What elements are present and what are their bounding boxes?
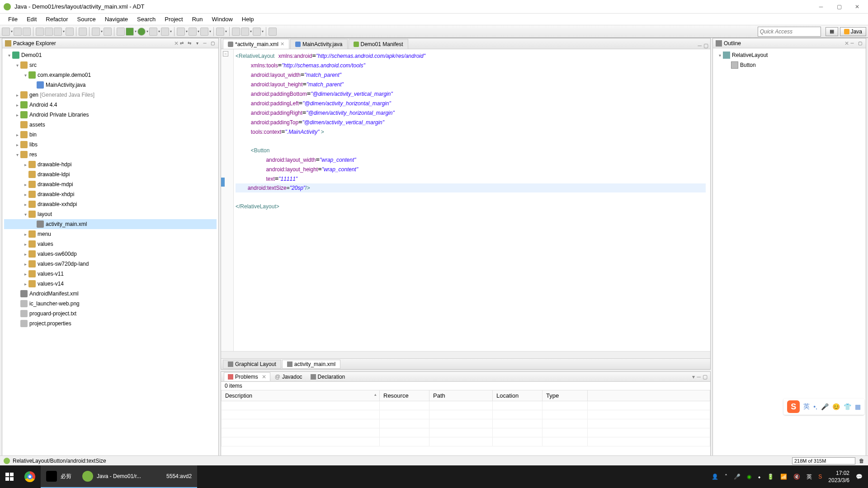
dropdown-icon[interactable]: ▾ bbox=[11, 29, 13, 33]
tree-package[interactable]: ▾com.example.demo01 bbox=[4, 70, 217, 80]
taskbar-bijian[interactable]: 必剪 bbox=[41, 465, 77, 488]
tree-res[interactable]: ▾res bbox=[4, 150, 217, 160]
package-button[interactable] bbox=[104, 28, 112, 36]
dropdown-icon[interactable]: ▾ bbox=[186, 29, 188, 33]
link-editor-button[interactable]: ⇆ bbox=[186, 40, 193, 47]
menu-search[interactable]: Search bbox=[132, 14, 160, 24]
source-tab[interactable]: activity_main.xml bbox=[282, 360, 340, 369]
taskbar-eclipse[interactable]: Java - Demo01/r... bbox=[77, 465, 146, 488]
close-icon[interactable]: ✕ bbox=[280, 41, 284, 47]
col-location[interactable]: Location bbox=[493, 390, 542, 401]
expand-icon[interactable]: ▸ bbox=[22, 262, 28, 267]
tree-src[interactable]: ▾src bbox=[4, 60, 217, 70]
tray-sogou-icon[interactable]: S bbox=[818, 474, 822, 480]
outline-relativelayout[interactable]: ▾RelativeLayout bbox=[715, 50, 864, 60]
tray-battery-icon[interactable]: 🔋 bbox=[767, 474, 774, 480]
expand-icon[interactable]: ▸ bbox=[22, 182, 28, 187]
new-source-button[interactable] bbox=[200, 28, 208, 36]
tree-values[interactable]: ▸values bbox=[4, 239, 217, 249]
dropdown-icon[interactable]: ▾ bbox=[63, 29, 65, 33]
search-button[interactable] bbox=[216, 28, 224, 36]
wand-button[interactable] bbox=[117, 28, 125, 36]
expand-icon[interactable]: ▸ bbox=[22, 282, 28, 286]
menu-edit[interactable]: Edit bbox=[22, 14, 41, 24]
menu-file[interactable]: File bbox=[4, 14, 22, 24]
prev-edit-button[interactable] bbox=[232, 28, 240, 36]
dropdown-icon[interactable]: ▾ bbox=[209, 29, 211, 33]
sdk-manager-button[interactable] bbox=[36, 28, 44, 36]
lint-button[interactable] bbox=[54, 28, 62, 36]
editor-tab-activity-main[interactable]: *activity_main.xml✕ bbox=[223, 39, 289, 49]
tray-wechat-icon[interactable]: ◉ bbox=[747, 474, 751, 480]
tree-activity-main-xml[interactable]: activity_main.xml bbox=[4, 219, 217, 229]
expand-icon[interactable]: ▾ bbox=[22, 73, 28, 78]
notification-button[interactable]: 💬 bbox=[856, 474, 863, 480]
tree-menu-folder[interactable]: ▸menu bbox=[4, 229, 217, 239]
quick-access-input[interactable] bbox=[758, 27, 821, 37]
taskbar-chrome[interactable] bbox=[19, 465, 41, 488]
expand-icon[interactable]: ▸ bbox=[22, 202, 28, 207]
view-menu-button[interactable]: ▾ bbox=[692, 374, 695, 380]
expand-icon[interactable]: ▾ bbox=[22, 212, 28, 217]
javadoc-tab[interactable]: @ Javadoc bbox=[271, 373, 306, 381]
view-close-icon[interactable]: ✕ bbox=[174, 40, 179, 47]
tree-drawable-ldpi[interactable]: drawable-ldpi bbox=[4, 169, 217, 179]
taskbar-clock[interactable]: 17:02 2023/3/6 bbox=[828, 469, 849, 484]
view-close-icon[interactable]: ✕ bbox=[844, 40, 849, 47]
expand-icon[interactable]: ▸ bbox=[22, 192, 28, 197]
menu-run[interactable]: Run bbox=[188, 14, 208, 24]
open-type-button[interactable] bbox=[79, 28, 87, 36]
nav-back-button[interactable] bbox=[241, 28, 249, 36]
table-row[interactable] bbox=[222, 419, 710, 428]
start-button[interactable] bbox=[0, 465, 19, 488]
package-tree[interactable]: ▾Demo01 ▾src ▾com.example.demo01 MainAct… bbox=[2, 48, 218, 470]
table-row[interactable] bbox=[222, 428, 710, 437]
ime-floating-bar[interactable]: S 英 •, 🎤 😊 👕 ▦ bbox=[783, 399, 864, 415]
ime-emoji[interactable]: 😊 bbox=[832, 403, 840, 410]
outline-tree[interactable]: ▾RelativeLayout Button bbox=[713, 48, 866, 72]
nav-fwd-button[interactable] bbox=[253, 28, 261, 36]
tree-android-lib[interactable]: ▸Android 4.4 bbox=[4, 100, 217, 110]
dropdown-icon[interactable]: ▾ bbox=[158, 29, 160, 33]
menu-navigate[interactable]: Navigate bbox=[100, 14, 132, 24]
tree-drawable-xhdpi[interactable]: ▸drawable-xhdpi bbox=[4, 189, 217, 199]
ime-mic[interactable]: 🎤 bbox=[821, 403, 829, 410]
tree-values-v14[interactable]: ▸values-v14 bbox=[4, 279, 217, 289]
tray-mic-icon[interactable]: 🎤 bbox=[734, 474, 741, 480]
col-description[interactable]: Description▴ bbox=[222, 390, 380, 401]
check-button[interactable] bbox=[92, 28, 100, 36]
new-project-button[interactable] bbox=[66, 28, 74, 36]
expand-icon[interactable]: ▸ bbox=[14, 142, 20, 147]
expand-icon[interactable]: ▸ bbox=[14, 103, 20, 108]
horizontal-scrollbar[interactable] bbox=[221, 351, 710, 358]
expand-icon[interactable]: ▾ bbox=[14, 152, 20, 157]
tray-people-icon[interactable]: 👤 bbox=[712, 474, 718, 480]
editor-tab-main-activity[interactable]: MainActivity.java bbox=[290, 39, 347, 49]
ime-grid[interactable]: ▦ bbox=[855, 403, 861, 410]
debug-button[interactable] bbox=[126, 28, 134, 36]
sogou-icon[interactable]: S bbox=[787, 400, 800, 413]
menu-source[interactable]: Source bbox=[73, 14, 100, 24]
maximize-button[interactable]: ▢ bbox=[835, 3, 843, 10]
expand-icon[interactable]: ▾ bbox=[6, 53, 12, 58]
expand-icon[interactable]: ▸ bbox=[22, 252, 28, 257]
tree-gen[interactable]: ▸gen [Generated Java Files] bbox=[4, 90, 217, 100]
tray-expand-icon[interactable]: ˄ bbox=[725, 474, 727, 480]
table-row[interactable] bbox=[222, 410, 710, 419]
tree-bin[interactable]: ▸bin bbox=[4, 130, 217, 140]
dropdown-icon[interactable]: ▾ bbox=[250, 29, 252, 33]
minimize-view-button[interactable]: ─ bbox=[697, 374, 701, 380]
graphical-layout-tab[interactable]: Graphical Layout bbox=[223, 360, 281, 369]
expand-icon[interactable]: ▸ bbox=[22, 272, 28, 277]
run-last-button[interactable] bbox=[149, 28, 157, 36]
menu-project[interactable]: Project bbox=[160, 14, 187, 24]
tray-wifi-icon[interactable]: 📶 bbox=[780, 474, 787, 480]
pin-button[interactable] bbox=[269, 28, 277, 36]
menu-refactor[interactable]: Refactor bbox=[41, 14, 72, 24]
expand-icon[interactable]: ▸ bbox=[14, 93, 20, 98]
expand-icon[interactable]: ▸ bbox=[22, 232, 28, 237]
dropdown-icon[interactable]: ▾ bbox=[198, 29, 199, 33]
dropdown-icon[interactable]: ▾ bbox=[170, 29, 172, 33]
tree-libs[interactable]: ▸libs bbox=[4, 140, 217, 150]
tree-project[interactable]: ▾Demo01 bbox=[4, 50, 217, 60]
